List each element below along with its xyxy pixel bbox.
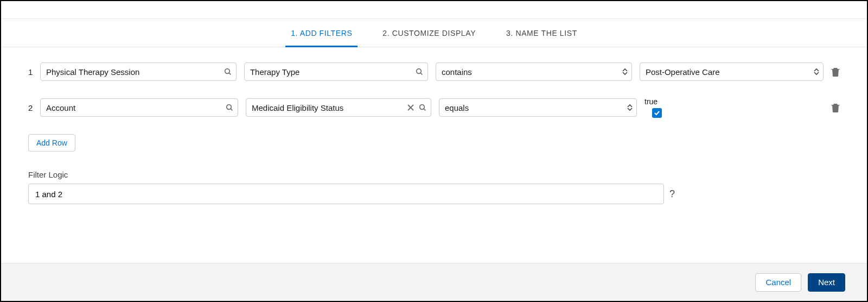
- filter-logic-help[interactable]: ?: [669, 188, 675, 200]
- value-select[interactable]: [640, 62, 824, 81]
- operator-select[interactable]: [439, 98, 637, 117]
- next-button[interactable]: Next: [808, 273, 845, 292]
- modal-body: 1: [1, 47, 867, 263]
- row-number: 2: [28, 103, 33, 112]
- operator-select[interactable]: [436, 62, 632, 81]
- trash-icon: [831, 67, 840, 77]
- add-row-button[interactable]: Add Row: [28, 134, 75, 152]
- cancel-button[interactable]: Cancel: [755, 273, 801, 292]
- filter-logic-section: Filter Logic ?: [28, 170, 840, 204]
- close-icon: [406, 103, 415, 112]
- value-field: [640, 62, 824, 81]
- trash-icon: [831, 103, 840, 112]
- object-input[interactable]: [40, 62, 237, 81]
- object-field: [40, 98, 238, 117]
- tab-name-the-list[interactable]: 3. NAME THE LIST: [506, 19, 577, 47]
- attribute-field: [244, 62, 428, 81]
- filter-modal: 1. ADD FILTERS 2. CUSTOMIZE DISPLAY 3. N…: [0, 0, 868, 302]
- filter-logic-input[interactable]: [28, 184, 664, 204]
- filter-row: 2 true: [28, 97, 840, 118]
- value-field: true: [644, 97, 662, 118]
- attribute-input[interactable]: [246, 98, 431, 117]
- operator-field: [439, 98, 637, 117]
- value-checkbox[interactable]: [652, 108, 662, 118]
- tab-add-filters[interactable]: 1. ADD FILTERS: [291, 19, 352, 47]
- delete-row-button[interactable]: [831, 103, 840, 112]
- attribute-input[interactable]: [244, 62, 428, 81]
- value-label: true: [644, 97, 658, 106]
- object-field: [40, 62, 237, 81]
- delete-row-button[interactable]: [831, 67, 840, 77]
- operator-field: [436, 62, 632, 81]
- modal-footer: Cancel Next: [1, 263, 867, 301]
- filter-logic-label: Filter Logic: [28, 170, 840, 179]
- clear-input-button[interactable]: [406, 103, 415, 112]
- check-icon: [654, 110, 660, 116]
- object-input[interactable]: [40, 98, 238, 117]
- wizard-tabs: 1. ADD FILTERS 2. CUSTOMIZE DISPLAY 3. N…: [1, 19, 867, 47]
- tab-customize-display[interactable]: 2. CUSTOMIZE DISPLAY: [382, 19, 476, 47]
- filter-row: 1: [28, 62, 840, 81]
- modal-header-spacer: [1, 1, 867, 19]
- row-number: 1: [28, 67, 33, 77]
- attribute-field: [246, 98, 431, 117]
